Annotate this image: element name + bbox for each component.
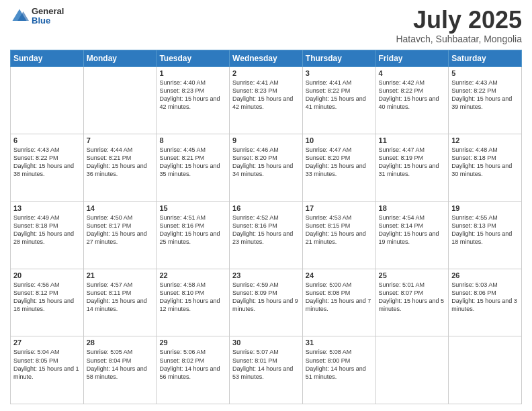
- calendar-cell: [375, 336, 449, 404]
- calendar-day-header: Friday: [375, 50, 449, 66]
- cell-info: Sunset: 8:19 PM: [379, 154, 446, 162]
- cell-info: Sunrise: 4:41 AM: [232, 79, 300, 87]
- calendar-cell: 12Sunrise: 4:48 AMSunset: 8:18 PMDayligh…: [449, 134, 522, 201]
- calendar-week-row: 27Sunrise: 5:04 AMSunset: 8:05 PMDayligh…: [11, 336, 522, 404]
- cell-info: Sunset: 8:13 PM: [451, 222, 519, 230]
- calendar-cell: 7Sunrise: 4:44 AMSunset: 8:21 PMDaylight…: [83, 134, 157, 201]
- cell-info: Sunrise: 4:59 AM: [232, 281, 300, 289]
- cell-info: Daylight: 15 hours and 25 minutes.: [159, 230, 226, 246]
- cell-info: Sunrise: 4:47 AM: [379, 146, 446, 154]
- header: General Blue July 2025 Hatavch, Suhbaata…: [10, 7, 522, 44]
- cell-info: Daylight: 15 hours and 42 minutes.: [159, 95, 226, 111]
- calendar-day-header: Wednesday: [230, 50, 303, 66]
- day-number: 26: [451, 271, 519, 279]
- day-number: 18: [379, 204, 446, 212]
- cell-info: Sunset: 8:17 PM: [87, 222, 154, 230]
- day-number: 23: [232, 271, 300, 279]
- cell-info: Daylight: 15 hours and 42 minutes.: [232, 95, 300, 111]
- calendar-cell: 20Sunrise: 4:56 AMSunset: 8:12 PMDayligh…: [11, 269, 84, 336]
- cell-info: Sunrise: 4:52 AM: [232, 214, 300, 222]
- day-number: 14: [87, 204, 154, 212]
- cell-info: Daylight: 15 hours and 5 minutes.: [379, 297, 446, 313]
- calendar-cell: 6Sunrise: 4:43 AMSunset: 8:22 PMDaylight…: [11, 134, 84, 201]
- cell-info: Daylight: 15 hours and 31 minutes.: [379, 162, 446, 178]
- cell-info: Sunset: 8:11 PM: [87, 289, 154, 297]
- calendar-cell: 23Sunrise: 4:59 AMSunset: 8:09 PMDayligh…: [230, 269, 303, 336]
- calendar-cell: 29Sunrise: 5:06 AMSunset: 8:02 PMDayligh…: [157, 336, 230, 404]
- cell-info: Sunset: 8:00 PM: [306, 357, 373, 365]
- cell-info: Sunrise: 4:50 AM: [87, 214, 154, 222]
- cell-info: Sunset: 8:22 PM: [451, 87, 519, 95]
- cell-info: Sunset: 8:22 PM: [379, 87, 446, 95]
- day-number: 30: [232, 338, 300, 347]
- cell-info: Sunset: 8:12 PM: [13, 289, 81, 297]
- cell-info: Daylight: 15 hours and 12 minutes.: [159, 297, 226, 313]
- page: General Blue July 2025 Hatavch, Suhbaata…: [0, 0, 532, 411]
- day-number: 21: [87, 271, 154, 279]
- day-number: 12: [451, 136, 519, 144]
- cell-info: Daylight: 15 hours and 36 minutes.: [87, 162, 154, 178]
- cell-info: Daylight: 15 hours and 30 minutes.: [451, 162, 519, 178]
- cell-info: Sunrise: 4:53 AM: [306, 214, 373, 222]
- day-number: 3: [306, 69, 373, 77]
- cell-info: Daylight: 15 hours and 21 minutes.: [306, 230, 373, 246]
- cell-info: Sunrise: 4:43 AM: [13, 146, 81, 154]
- cell-info: Daylight: 15 hours and 38 minutes.: [13, 162, 81, 178]
- cell-info: Sunset: 8:18 PM: [451, 154, 519, 162]
- calendar-cell: 2Sunrise: 4:41 AMSunset: 8:23 PMDaylight…: [230, 66, 303, 134]
- cell-info: Daylight: 15 hours and 19 minutes.: [379, 230, 446, 246]
- cell-info: Sunrise: 4:46 AM: [232, 146, 300, 154]
- cell-info: Sunrise: 4:56 AM: [13, 281, 81, 289]
- calendar-cell: 17Sunrise: 4:53 AMSunset: 8:15 PMDayligh…: [302, 201, 375, 269]
- cell-info: Sunrise: 4:58 AM: [159, 281, 226, 289]
- cell-info: Sunset: 8:22 PM: [13, 154, 81, 162]
- cell-info: Daylight: 15 hours and 27 minutes.: [87, 230, 154, 246]
- cell-info: Sunset: 8:20 PM: [306, 154, 373, 162]
- day-number: 13: [13, 204, 81, 212]
- day-number: 28: [87, 338, 154, 347]
- subtitle: Hatavch, Suhbaatar, Mongolia: [396, 34, 522, 44]
- cell-info: Daylight: 14 hours and 51 minutes.: [306, 365, 373, 381]
- cell-info: Sunrise: 5:05 AM: [87, 348, 154, 356]
- cell-info: Sunrise: 4:57 AM: [87, 281, 154, 289]
- calendar-cell: 1Sunrise: 4:40 AMSunset: 8:23 PMDaylight…: [157, 66, 230, 134]
- cell-info: Sunset: 8:04 PM: [87, 357, 154, 365]
- day-number: 11: [379, 136, 446, 144]
- calendar-cell: 30Sunrise: 5:07 AMSunset: 8:01 PMDayligh…: [230, 336, 303, 404]
- cell-info: Sunset: 8:05 PM: [13, 357, 81, 365]
- calendar-cell: 13Sunrise: 4:49 AMSunset: 8:18 PMDayligh…: [11, 201, 84, 269]
- calendar-cell: 11Sunrise: 4:47 AMSunset: 8:19 PMDayligh…: [375, 134, 449, 201]
- calendar-cell: 5Sunrise: 4:43 AMSunset: 8:22 PMDaylight…: [449, 66, 522, 134]
- cell-info: Sunrise: 5:08 AM: [306, 348, 373, 356]
- cell-info: Sunset: 8:06 PM: [451, 289, 519, 297]
- cell-info: Daylight: 15 hours and 9 minutes.: [232, 297, 300, 313]
- cell-info: Daylight: 15 hours and 3 minutes.: [451, 297, 519, 313]
- calendar-day-header: Saturday: [449, 50, 522, 66]
- cell-info: Sunset: 8:22 PM: [306, 87, 373, 95]
- calendar-cell: 4Sunrise: 4:42 AMSunset: 8:22 PMDaylight…: [375, 66, 449, 134]
- cell-info: Sunrise: 4:47 AM: [306, 146, 373, 154]
- cell-info: Sunset: 8:18 PM: [13, 222, 81, 230]
- cell-info: Sunset: 8:10 PM: [159, 289, 226, 297]
- cell-info: Sunset: 8:16 PM: [159, 222, 226, 230]
- calendar-week-row: 20Sunrise: 4:56 AMSunset: 8:12 PMDayligh…: [11, 269, 522, 336]
- calendar-cell: 14Sunrise: 4:50 AMSunset: 8:17 PMDayligh…: [83, 201, 157, 269]
- day-number: 7: [87, 136, 154, 144]
- cell-info: Sunset: 8:20 PM: [232, 154, 300, 162]
- cell-info: Sunrise: 5:07 AM: [232, 348, 300, 356]
- day-number: 17: [306, 204, 373, 212]
- cell-info: Sunset: 8:07 PM: [379, 289, 446, 297]
- cell-info: Sunset: 8:16 PM: [232, 222, 300, 230]
- calendar-cell: 18Sunrise: 4:54 AMSunset: 8:14 PMDayligh…: [375, 201, 449, 269]
- cell-info: Sunrise: 4:41 AM: [306, 79, 373, 87]
- calendar-cell: 25Sunrise: 5:01 AMSunset: 8:07 PMDayligh…: [375, 269, 449, 336]
- cell-info: Sunset: 8:09 PM: [232, 289, 300, 297]
- calendar-table: SundayMondayTuesdayWednesdayThursdayFrid…: [10, 50, 522, 404]
- calendar-cell: 19Sunrise: 4:55 AMSunset: 8:13 PMDayligh…: [449, 201, 522, 269]
- day-number: 6: [13, 136, 81, 144]
- day-number: 25: [379, 271, 446, 279]
- calendar-day-header: Sunday: [11, 50, 84, 66]
- cell-info: Sunrise: 4:44 AM: [87, 146, 154, 154]
- calendar-cell: 28Sunrise: 5:05 AMSunset: 8:04 PMDayligh…: [83, 336, 157, 404]
- calendar-cell: 3Sunrise: 4:41 AMSunset: 8:22 PMDaylight…: [302, 66, 375, 134]
